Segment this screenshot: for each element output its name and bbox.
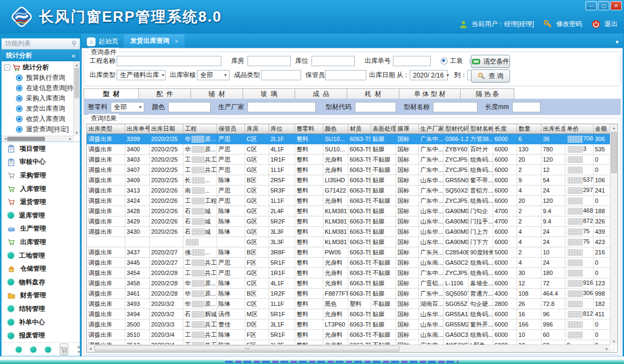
sidebar-item-3[interactable]: 入库管理 (2, 182, 80, 196)
module-dot-icon[interactable] (16, 347, 22, 353)
grid-row[interactable]: 调拨出库34542020/2/28工共工程严思G区1R1F整料光身料6063-T… (87, 268, 614, 278)
module-dot-icon[interactable] (30, 347, 36, 353)
whole-part-select[interactable]: 全部▼ (111, 102, 144, 112)
sidebar-item-4[interactable]: 退货管理 (2, 195, 80, 209)
material-tab-2[interactable]: 辅 材 (191, 88, 243, 100)
keeper-input[interactable] (325, 70, 366, 80)
grid-column-header[interactable]: 单价 (565, 124, 593, 134)
module-dot-icon[interactable] (45, 347, 51, 353)
material-tab-5[interactable]: 耗 材 (347, 88, 399, 100)
grid-row[interactable]: 调拨出库34282020/2/26石城陈琳G区2L4F整料KLM38176063… (87, 206, 614, 216)
location-input[interactable] (311, 56, 355, 66)
sidebar-item-12[interactable]: 结转管理 (2, 302, 80, 316)
grid-column-header[interactable]: 生产厂家 (418, 124, 443, 134)
material-tab-6[interactable]: 单 体 型 材 (399, 88, 461, 100)
material-tab-7[interactable]: 隔 热 条 (461, 88, 514, 100)
product-type-input[interactable] (261, 70, 301, 80)
minimize-button[interactable]: — (585, 1, 597, 10)
grid-column-header[interactable]: 出库日期 (149, 124, 183, 134)
grid-column-header[interactable]: 出库长度 (541, 124, 565, 134)
material-tab-0[interactable]: 型 材 (84, 88, 139, 100)
scroll-down-icon[interactable]: ▼ (610, 338, 617, 345)
grid-column-header[interactable]: 颜色 (323, 124, 348, 134)
material-tab-4[interactable]: 成 品 (295, 88, 347, 100)
tab-home[interactable]: ⌂ 起始页 (81, 35, 124, 48)
grid-column-header[interactable]: 保管员 (217, 124, 245, 134)
tab-shipment-query[interactable]: 发货出库查询 × (124, 34, 184, 48)
tree-item-3[interactable]: 发货出库查询 (2, 104, 74, 114)
profile-code-input[interactable] (355, 102, 396, 112)
grid-row[interactable]: 调拨出库34292020/2/26石城陈琳G区5R2F整料KLM38176063… (87, 216, 614, 227)
maximize-button[interactable]: ▢ (598, 1, 609, 10)
grid-column-header[interactable]: 整零料 (295, 124, 323, 134)
clear-conditions-button[interactable]: 清空条件 (471, 55, 510, 68)
grid-row[interactable]: 调拨出库35002020/3/3工共工程曹佳D区3L1F整料LT3P606063… (87, 320, 614, 330)
grid-row[interactable]: 调拨出库34002020/2/25华原...严思C区4L1F整料SU10...6… (87, 144, 614, 155)
close-button[interactable]: ✕ (610, 1, 622, 10)
profile-name-input[interactable] (433, 102, 477, 112)
tree-item-2[interactable]: 采购入库查询 (2, 93, 74, 104)
grid-row[interactable]: 调拨出库34372020/2/27佛...陈琳B区3R8F整料PW056063-… (87, 247, 614, 258)
sidebar-item-9[interactable]: 仓储管理 (2, 262, 80, 276)
grid-vertical-scrollbar[interactable]: ▲ ▼ (610, 124, 617, 345)
audit-select[interactable]: 全部▼ (197, 70, 230, 80)
scrollbar-thumb[interactable] (94, 346, 399, 352)
grid-row[interactable]: 调拨出库34942020/3/2石辉城汤伟M区5R1F整料光身料6063-T5贴… (87, 309, 614, 320)
date-from-select[interactable]: 2020/ 2/16▼ (410, 70, 448, 80)
sidebar-item-5[interactable]: 退库管理 (2, 209, 80, 222)
sidebar-section-header[interactable]: 统计分析 « (2, 49, 80, 61)
grid-row[interactable]: 调拨出库34582020/2/28华原...陈琳C区4L1F整料光身料6063-… (87, 278, 614, 289)
grid-row[interactable]: 调拨出库34302020/2/26石城陈琳G区3L3F整料KLM38176063… (87, 227, 614, 237)
cart-module-button[interactable] (60, 343, 68, 355)
sidebar-item-0[interactable]: 项目管理 (2, 142, 80, 156)
grid-column-header[interactable]: 长度 (493, 124, 517, 134)
tree-expander-icon[interactable]: - (4, 65, 10, 71)
material-tab-3[interactable]: 玻 璃 (243, 88, 295, 100)
grid-row[interactable]: 调拨出库34612020/2/28华原...陈琳B区1R2F整料F8877FT6… (87, 289, 614, 299)
order-no-input[interactable] (393, 56, 431, 66)
grid-column-header[interactable]: 工程 (183, 124, 217, 134)
logout-link[interactable]: 退出 (604, 20, 617, 29)
scroll-right-icon[interactable]: ► (603, 345, 610, 352)
grid-horizontal-scrollbar[interactable]: ◄ ► (87, 344, 610, 352)
sidebar-item-2[interactable]: 采购管理 (2, 169, 80, 182)
tree-root-node[interactable]: - 统计分析 (2, 62, 74, 73)
grid-column-header[interactable]: 表面处理 (371, 124, 396, 134)
scroll-down-icon[interactable]: ▼ (74, 129, 80, 136)
grid-column-header[interactable]: 膜厚 (396, 124, 418, 134)
manufacturer-input[interactable] (247, 102, 316, 112)
scrollbar-thumb[interactable] (74, 68, 79, 98)
grid-row[interactable]: 调拨出库33992020/2/25华原...严思C区2L1F整料SU10...6… (87, 134, 614, 144)
tree-item-4[interactable]: 收货入库查询 (2, 114, 74, 124)
scroll-left-icon[interactable]: ◄ (87, 345, 94, 352)
tree-horizontal-scrollbar[interactable]: ◄ ► (2, 136, 74, 142)
grid-column-header[interactable]: 材质 (348, 124, 371, 134)
change-password-link[interactable]: 修改密码 (556, 20, 582, 29)
grid-column-header[interactable]: 型材代码 (443, 124, 468, 134)
out-type-select[interactable]: 生产领料出库▼ (117, 70, 165, 80)
sidebar-item-10[interactable]: 物料盘存 (2, 276, 80, 289)
scroll-up-icon[interactable]: ▲ (610, 124, 617, 131)
sidebar-item-11[interactable]: 财务管理 (2, 289, 80, 303)
length-input[interactable] (512, 102, 540, 112)
scrollbar-thumb[interactable] (611, 132, 617, 173)
grid-row[interactable]: 调拨出库35102020/3/4工共工程陈琳F区5R1F整料光身料6063-T5… (87, 330, 614, 340)
sidebar-item-8[interactable]: 工地管理 (2, 249, 80, 263)
grid-row[interactable]: 调拨出库34452020/2/27工共工程严思F区5R1F整料光身料6063-T… (87, 258, 614, 268)
grid-row[interactable]: 调拨出库34132020/2/26南...严思C区5R3F整料G71422606… (87, 186, 614, 196)
grid-column-header[interactable]: 出库单号 (125, 124, 149, 134)
color-input[interactable] (168, 102, 211, 112)
tree-item-0[interactable]: 预算执行查询 (2, 73, 74, 83)
grid-row[interactable]: 调拨出库34932020/3/2华原...陈琳C区1L1F整料黑色塑料不贴膜国标… (87, 299, 614, 309)
grid-column-header[interactable]: 出库类型 (87, 124, 125, 134)
tree-item-5[interactable]: 退货查询[待定] (2, 124, 74, 135)
grid-row[interactable]: 调拨出库34092020/2/25长...陈琳B区2R5F整料LI35HD606… (87, 175, 614, 186)
sidebar-item-1[interactable]: 审核中心 (2, 156, 80, 169)
project-name-input[interactable] (117, 56, 221, 66)
tree-vertical-scrollbar[interactable]: ▲ ▼ (73, 61, 80, 136)
tree-item-1[interactable]: 在途信息查询[待 (2, 83, 74, 93)
sidebar-item-6[interactable]: 生产管理 (2, 222, 80, 236)
grid-row[interactable]: 调拨出库34072020/2/25工共工程严思G区1L1F整料光身料6063-T… (87, 165, 614, 175)
sidebar-item-7[interactable]: 出库管理 (2, 235, 80, 249)
scroll-right-icon[interactable]: ► (67, 136, 74, 142)
